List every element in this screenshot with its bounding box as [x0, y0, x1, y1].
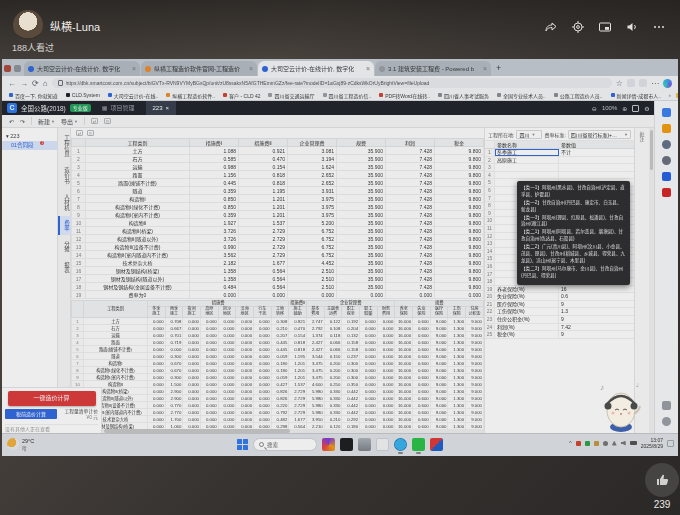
value-cell[interactable]: 2.747: [307, 318, 325, 325]
value-cell[interactable]: 1.300: [448, 416, 466, 423]
value-cell[interactable]: 0.000: [254, 318, 272, 325]
value-cell[interactable]: 0.000: [377, 353, 395, 360]
value-cell[interactable]: 0.204: [342, 325, 360, 332]
category-cell[interactable]: 路面: [84, 339, 148, 346]
value-cell[interactable]: 1.358: [190, 267, 239, 275]
value-cell[interactable]: 0.990: [190, 243, 239, 251]
value-cell[interactable]: 0.000: [236, 367, 254, 374]
category-cell[interactable]: 土方: [84, 318, 148, 325]
value-cell[interactable]: 3.726: [190, 235, 239, 243]
value-cell[interactable]: 0.000: [148, 374, 166, 381]
value-cell[interactable]: 0.000: [201, 367, 219, 374]
value-cell[interactable]: 9.000: [430, 346, 448, 353]
browser-tab[interactable]: 大司空云计价-在线计价, 数字化×: [258, 61, 374, 76]
value-cell[interactable]: 7.428: [386, 259, 435, 267]
value-cell[interactable]: 0.600: [413, 367, 431, 374]
value-cell[interactable]: 16.000: [395, 374, 413, 381]
param-value[interactable]: 16: [559, 286, 634, 293]
value-cell[interactable]: 0.000: [254, 381, 272, 388]
value-cell[interactable]: 9.800: [435, 267, 484, 275]
value-cell[interactable]: 0.000: [377, 381, 395, 388]
value-cell[interactable]: 0.000: [377, 374, 395, 381]
value-cell[interactable]: 0.059: [271, 374, 289, 381]
bookmark-item[interactable]: 百度一下, 你就知道: [9, 92, 58, 99]
value-cell[interactable]: 0.000: [201, 381, 219, 388]
value-cell[interactable]: 9.000: [466, 416, 484, 423]
value-cell[interactable]: 9.000: [430, 381, 448, 388]
value-cell[interactable]: 16.000: [395, 402, 413, 409]
game-app-icon[interactable]: [322, 438, 335, 451]
value-cell[interactable]: 0.000: [190, 291, 239, 299]
value-cell[interactable]: 1.088: [190, 147, 239, 155]
value-cell[interactable]: 16.000: [395, 353, 413, 360]
value-cell[interactable]: 0.000: [148, 353, 166, 360]
value-cell[interactable]: 0.482: [271, 416, 289, 423]
tools-icon[interactable]: ⚙: [644, 105, 649, 112]
value-cell[interactable]: 9.000: [430, 416, 448, 423]
redo-icon[interactable]: ↷: [20, 118, 25, 125]
value-cell[interactable]: 9.800: [435, 163, 484, 171]
value-cell[interactable]: 35.900: [337, 187, 386, 195]
value-cell[interactable]: 0.000: [377, 388, 395, 395]
category-cell[interactable]: 构造物Ⅱ(设备不计费): [86, 243, 190, 251]
value-cell[interactable]: 0.000: [183, 367, 201, 374]
microphone-icon[interactable]: [603, 441, 608, 446]
value-cell[interactable]: 0.000: [254, 388, 272, 395]
value-cell[interactable]: 0.000: [148, 416, 166, 423]
value-cell[interactable]: 0.701: [165, 332, 183, 339]
value-cell[interactable]: 0.000: [201, 360, 219, 367]
tab-project-management[interactable]: ▦ 项目管理: [95, 101, 142, 115]
value-cell[interactable]: 3.975: [288, 211, 337, 219]
value-cell[interactable]: 1.537: [239, 219, 288, 227]
value-cell[interactable]: 35.900: [337, 267, 386, 275]
extensions-icon[interactable]: [639, 79, 647, 87]
value-cell[interactable]: 0.826: [271, 395, 289, 402]
category-cell[interactable]: 路面(摊铺不计费): [86, 179, 190, 187]
value-cell[interactable]: 0.000: [360, 360, 378, 367]
category-cell[interactable]: 钢材及钢结构(隧道以外): [86, 275, 190, 283]
value-cell[interactable]: 0.000: [377, 367, 395, 374]
param-row[interactable]: 19养老保险(%)16: [485, 286, 634, 294]
value-cell[interactable]: 0.330: [324, 402, 342, 409]
value-cell[interactable]: 7.428: [386, 219, 435, 227]
value-cell[interactable]: 1.300: [448, 395, 466, 402]
value-cell[interactable]: 0.000: [236, 416, 254, 423]
value-cell[interactable]: 0.000: [254, 402, 272, 409]
screenshot-icon[interactable]: [662, 401, 671, 410]
value-cell[interactable]: 9.000: [466, 388, 484, 395]
value-cell[interactable]: 9.000: [466, 360, 484, 367]
value-cell[interactable]: 0.000: [254, 325, 272, 332]
value-cell[interactable]: 0.000: [236, 402, 254, 409]
value-cell[interactable]: 0.000: [218, 332, 236, 339]
value-cell[interactable]: 0.442: [342, 388, 360, 395]
value-cell[interactable]: 0.000: [201, 332, 219, 339]
value-cell[interactable]: 0.000: [360, 353, 378, 360]
value-cell[interactable]: 0.000: [254, 367, 272, 374]
weather-widget[interactable]: 29°C 晴: [7, 438, 34, 451]
value-cell[interactable]: 0.564: [239, 275, 288, 283]
bookmark-item[interactable]: 四川省人事考试服务: [438, 92, 489, 99]
category-cell[interactable]: 隧道: [86, 187, 190, 195]
param-value[interactable]: 9: [559, 331, 634, 338]
value-cell[interactable]: 0.000: [377, 346, 395, 353]
value-cell[interactable]: 0.000: [183, 402, 201, 409]
value-cell[interactable]: 0.300: [342, 374, 360, 381]
value-cell[interactable]: 7.428: [386, 235, 435, 243]
value-cell[interactable]: 0.122: [324, 318, 342, 325]
value-cell[interactable]: 0.000: [183, 374, 201, 381]
value-cell[interactable]: 2.510: [288, 283, 337, 291]
category-cell[interactable]: 运输: [84, 332, 148, 339]
value-cell[interactable]: 0.000: [360, 381, 378, 388]
browser-tab[interactable]: 3.1 建筑安装工程费 - Powered b×: [375, 61, 491, 76]
value-cell[interactable]: 35.900: [337, 147, 386, 155]
value-cell[interactable]: 2.770: [165, 409, 183, 416]
value-cell[interactable]: 9.000: [430, 339, 448, 346]
category-cell[interactable]: 构造物Ⅰ: [84, 360, 148, 367]
value-cell[interactable]: 0.000: [218, 395, 236, 402]
param-name[interactable]: 养老保险(%): [495, 286, 559, 293]
value-cell[interactable]: 0.000: [183, 339, 201, 346]
value-cell[interactable]: 0.180: [271, 367, 289, 374]
value-cell[interactable]: 9.000: [466, 381, 484, 388]
sidebar-settings-icon[interactable]: [662, 156, 671, 165]
value-cell[interactable]: 0.000: [236, 381, 254, 388]
